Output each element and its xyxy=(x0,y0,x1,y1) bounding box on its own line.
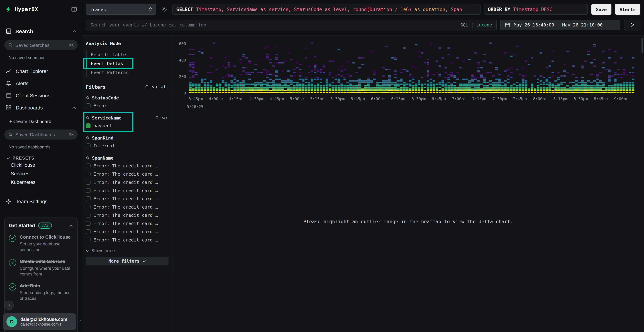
checkbox[interactable] xyxy=(86,238,90,242)
shortcut-badge: ⌘K xyxy=(69,43,74,48)
checkbox[interactable] xyxy=(86,164,90,168)
browser-window-icon xyxy=(6,93,12,98)
step-title: Create Data Sources xyxy=(20,259,72,264)
run-query-button[interactable] xyxy=(624,20,640,30)
checkbox[interactable] xyxy=(86,180,90,184)
preset-clickhouse[interactable]: ClickHouse xyxy=(0,161,82,170)
save-button[interactable]: Save xyxy=(591,4,611,15)
filter-group-spankind: SpanKindInternal xyxy=(86,134,168,150)
sidebar-collapse-icon[interactable] xyxy=(71,6,77,12)
sql-query-editor[interactable]: SELECT Timestamp, ServiceName as service… xyxy=(172,4,480,15)
get-started-step[interactable]: Add DataStart sending logs, metrics, or … xyxy=(9,283,73,302)
user-info: dale@clickhouse.com dale@clickhouse.com'… xyxy=(20,317,67,326)
step-description: Set up your database connection xyxy=(20,242,73,253)
analysis-mode-option-label: Results Table xyxy=(91,52,126,57)
analysis-mode-option-results-table[interactable]: Results Table xyxy=(86,50,168,59)
sidebar-item-client-sessions[interactable]: Client Sessions xyxy=(0,90,82,101)
checkbox[interactable] xyxy=(86,144,90,148)
x-axis-tick: 4:30pm xyxy=(249,96,264,101)
filter-option[interactable]: Error: The credit card … xyxy=(86,228,168,236)
get-started-title: Get Started xyxy=(9,223,35,228)
preset-kubernetes[interactable]: Kubernetes xyxy=(0,178,82,187)
chevron-down-icon xyxy=(142,260,146,262)
y-axis-tick: 600 xyxy=(172,42,186,46)
filter-option[interactable]: Error: The credit card … xyxy=(86,170,168,178)
filter-group-spanname: SpanNameError: The credit card …Error: T… xyxy=(86,154,168,244)
sidebar-item-team-settings[interactable]: Team Settings xyxy=(0,196,82,207)
filter-option[interactable]: Internal xyxy=(86,142,168,150)
get-started-step[interactable]: Create Data SourcesConfigure where your … xyxy=(9,259,73,277)
analysis-mode-option-label: Event Patterns xyxy=(91,70,128,75)
search-icon xyxy=(8,43,12,47)
checkbox[interactable] xyxy=(86,104,90,108)
filter-option-label: payment xyxy=(94,123,112,128)
checkbox[interactable] xyxy=(86,124,90,128)
saved-dashboards-input[interactable]: Saved Dashboards ⌘K xyxy=(4,130,78,140)
search-section-label: Search xyxy=(16,28,33,34)
source-settings-button[interactable] xyxy=(160,5,169,14)
more-filters-button[interactable]: More filters xyxy=(86,257,168,266)
filter-group-header: SpanName xyxy=(86,154,168,161)
checkbox[interactable] xyxy=(86,188,90,193)
search-icon xyxy=(86,116,90,120)
presets-toggle[interactable]: PRESETS xyxy=(0,155,82,161)
filter-option[interactable]: Error: The credit card … xyxy=(86,178,168,186)
sidebar-collapse-handle[interactable]: › xyxy=(78,318,82,324)
step-description: Configure where your data comes from xyxy=(20,266,73,277)
user-menu[interactable]: D dale@clickhouse.com dale@clickhouse.co… xyxy=(3,314,76,330)
x-axis-tick: 8:30pm xyxy=(574,96,588,101)
create-dashboard-button[interactable]: + Create Dashboard xyxy=(0,117,82,126)
analysis-mode-label: Analysis Mode xyxy=(86,41,168,48)
filter-option-label: Error: The credit card … xyxy=(94,163,158,168)
filter-option[interactable]: Error: The credit card … xyxy=(86,187,168,194)
get-started-header[interactable]: Get Started 3/3 xyxy=(9,222,73,228)
time-range-picker[interactable]: May 26 15:40:00 - May 26 21:10:00 xyxy=(500,20,620,30)
filter-option[interactable]: Error: The credit card … xyxy=(86,236,168,244)
help-button[interactable]: ? xyxy=(4,300,14,310)
filter-option[interactable]: Error xyxy=(86,102,168,110)
saved-searches-input[interactable]: Saved Searches ⌘K xyxy=(4,40,78,50)
filter-option[interactable]: Error: The credit card … xyxy=(86,212,168,219)
nav-item-label: Chart Explorer xyxy=(16,68,48,74)
main-column: Traces SELECT Timestamp, ServiceName as … xyxy=(82,0,644,332)
source-select[interactable]: Traces xyxy=(86,4,156,15)
analysis-mode-option-event-deltas[interactable]: Event Deltas xyxy=(86,59,168,68)
preset-services[interactable]: Services xyxy=(0,170,82,178)
step-body: Add DataStart sending logs, metrics, or … xyxy=(20,283,73,302)
heatmap-canvas[interactable] xyxy=(189,41,635,94)
scrollbar-thumb[interactable] xyxy=(642,38,643,53)
checkbox[interactable] xyxy=(86,229,90,234)
checkbox[interactable] xyxy=(86,196,90,201)
step-title: Connect to ClickHouse xyxy=(20,234,72,240)
lucene-mode-toggle[interactable]: Lucene xyxy=(476,22,492,27)
filter-group-name: StatusCode xyxy=(92,95,119,100)
sidebar-item-chart-explorer[interactable]: Chart Explorer xyxy=(0,66,82,76)
checkbox[interactable] xyxy=(86,172,90,176)
filter-option[interactable]: Error: The credit card … xyxy=(86,195,168,202)
filter-option[interactable]: Error: The credit card … xyxy=(86,162,168,170)
get-started-step[interactable]: Connect to ClickHouseSet up your databas… xyxy=(9,234,73,253)
check-circle-icon xyxy=(9,235,16,242)
filter-option-label: Error: The credit card … xyxy=(94,188,158,193)
sidebar-item-dashboards[interactable]: Dashboards xyxy=(0,102,82,113)
step-body: Connect to ClickHouseSet up your databas… xyxy=(20,234,73,253)
search-input[interactable]: Search your events w/ Lucene ex. column:… xyxy=(86,20,496,30)
sidebar-section-search[interactable]: Search xyxy=(0,26,82,36)
clear-filter-button[interactable]: Clear xyxy=(156,115,168,120)
show-more-filters[interactable]: Show more xyxy=(86,248,168,253)
sql-mode-toggle[interactable]: SQL xyxy=(460,22,468,27)
checkbox[interactable] xyxy=(86,205,90,209)
x-axis-tick: 7:15pm xyxy=(472,96,486,101)
sidebar-item-alerts[interactable]: Alerts xyxy=(0,78,82,89)
filter-option[interactable]: Error: The credit card … xyxy=(86,203,168,211)
analysis-mode-option-event-patterns[interactable]: Event Patterns xyxy=(86,68,168,77)
filter-option[interactable]: payment xyxy=(86,122,168,130)
time-range-value: May 26 15:40:00 - May 26 21:10:00 xyxy=(514,22,603,28)
order-by-editor[interactable]: ORDER BY Timestamp DESC xyxy=(484,4,588,15)
checkbox[interactable] xyxy=(86,213,90,218)
checkbox[interactable] xyxy=(86,221,90,226)
progress-badge: 3/3 xyxy=(38,222,52,228)
alerts-button[interactable]: Alerts xyxy=(615,4,640,15)
clear-all-filters[interactable]: Clear all xyxy=(145,84,168,90)
filter-option[interactable]: Error: The credit card … xyxy=(86,220,168,227)
